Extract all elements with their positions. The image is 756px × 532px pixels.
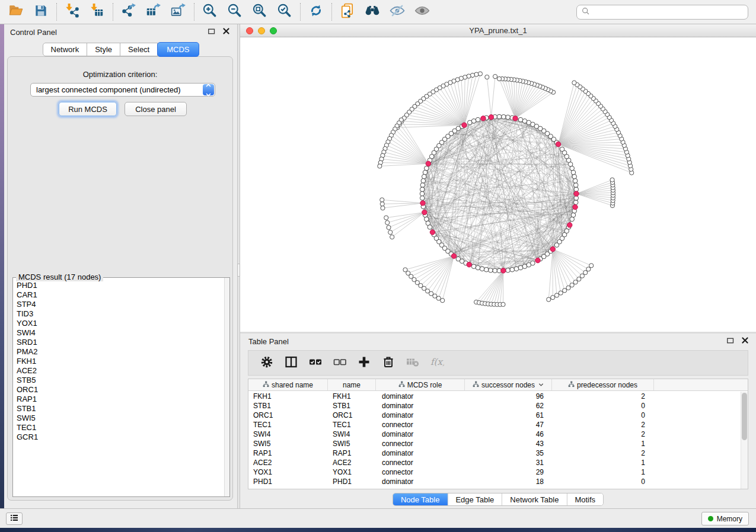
import-table-from-file-button[interactable] [85, 2, 110, 22]
cell-successor_nodes: 62 [465, 402, 552, 410]
column-settings-button[interactable] [259, 355, 275, 371]
control-panel-title: Control Panel [10, 28, 57, 37]
status-menu-button[interactable] [6, 512, 23, 525]
tab-network[interactable]: Network [42, 43, 87, 56]
delete-table-button [404, 355, 420, 371]
mcds-result-item[interactable]: SWI5 [17, 414, 222, 423]
close-panel-button-mcds[interactable]: Close panel [125, 102, 187, 116]
column-header-predecessor-nodes[interactable]: predecessor nodes [552, 379, 654, 390]
table-row[interactable]: YOX1YOX1connector291 [248, 467, 741, 477]
cell-mcds_role: connector [376, 459, 465, 467]
mcds-result-item[interactable]: CAR1 [17, 290, 222, 300]
float-icon [206, 26, 217, 39]
desktop-wallpaper-strip [0, 24, 4, 528]
table-row[interactable]: TEC1TEC1connector472 [248, 420, 741, 430]
table-row[interactable]: RAP1RAP1dominator352 [248, 448, 741, 458]
column-header-shared-name[interactable]: shared name [248, 379, 328, 390]
criterion-select[interactable]: largest connected component (undirected) [30, 83, 215, 97]
table-row[interactable]: SWI4SWI4dominator462 [248, 430, 741, 439]
zoom-fit-content-button[interactable] [247, 2, 272, 22]
column-header-name[interactable]: name [328, 379, 376, 390]
export-image-button[interactable] [166, 2, 191, 22]
network-graph-canvas[interactable] [240, 37, 756, 332]
column-header-MCDS-role[interactable]: MCDS role [376, 379, 465, 390]
close-icon [222, 27, 231, 37]
mcds-result-item[interactable]: YOX1 [17, 319, 222, 328]
mcds-result-list[interactable]: PHD1CAR1STP4TID3YOX1SWI4SRD1PMA2FKH1ACE2… [17, 281, 222, 495]
search-input[interactable] [591, 5, 748, 19]
window-zoom-button[interactable] [270, 27, 277, 34]
mcds-result-item[interactable]: PMA2 [17, 347, 222, 357]
mcds-result-item[interactable]: STB5 [17, 376, 222, 385]
sort-indicator-icon [538, 381, 544, 389]
tab-style[interactable]: Style [87, 43, 120, 56]
select-all-button[interactable] [307, 355, 323, 371]
split-panel-button[interactable] [283, 355, 299, 371]
table-row[interactable]: PHD1PHD1dominator180 [248, 477, 741, 486]
cell-predecessor_nodes: 2 [552, 449, 654, 457]
tab-node-table[interactable]: Node Table [393, 493, 448, 505]
cell-mcds_role: connector [376, 468, 465, 476]
table-row[interactable]: STB1STB1dominator620 [248, 401, 741, 411]
deselect-all-button[interactable] [331, 355, 347, 371]
shared-column-icon [263, 381, 269, 389]
mcds-result-scrollbar[interactable] [224, 278, 229, 496]
table-scrollbar-thumb[interactable] [742, 393, 747, 440]
mcds-result-item[interactable]: PHD1 [17, 281, 222, 290]
zoom-out-button[interactable] [222, 2, 247, 22]
tab-mcds[interactable]: MCDS [157, 42, 199, 57]
float-panel-button[interactable] [206, 27, 217, 37]
mcds-result-item[interactable]: ACE2 [17, 366, 222, 376]
tab-select[interactable]: Select [120, 43, 158, 56]
shared-column-icon [473, 381, 479, 389]
float-table-panel-button[interactable] [725, 336, 736, 347]
tab-motifs[interactable]: Motifs [567, 493, 603, 505]
control-panel: Control Panel NetworkStyleSelectMCDS Opt… [4, 24, 237, 508]
column-header-successor-nodes[interactable]: successor nodes [465, 379, 552, 390]
mcds-result-item[interactable]: SWI4 [17, 328, 222, 338]
table-row[interactable]: ACE2ACE2connector311 [248, 458, 741, 467]
mcds-result-item[interactable]: SRD1 [17, 338, 222, 347]
cell-predecessor_nodes: 0 [552, 477, 654, 486]
export-network-button[interactable] [116, 2, 141, 22]
save-session-button[interactable] [28, 2, 53, 22]
tab-edge-table[interactable]: Edge Table [448, 493, 502, 505]
first-neighbors-button[interactable] [360, 2, 385, 22]
hide-selected-button[interactable] [385, 2, 410, 22]
table-row[interactable]: ORC1ORC1dominator610 [248, 411, 741, 420]
export-table-button[interactable] [141, 2, 166, 22]
table-row[interactable]: SWI5SWI5connector431 [248, 439, 741, 448]
mcds-result-item[interactable]: FKH1 [17, 357, 222, 366]
window-close-button[interactable] [246, 27, 253, 34]
open-file-button[interactable] [4, 2, 28, 22]
mcds-result-item[interactable]: TEC1 [17, 423, 222, 432]
table-row[interactable]: FKH1FKH1dominator962 [248, 392, 741, 401]
run-mcds-button[interactable]: Run MCDS [59, 102, 117, 116]
mcds-result-item[interactable]: TID3 [17, 309, 222, 319]
zoom-in-button[interactable] [197, 2, 222, 22]
mcds-result-item[interactable]: GCR1 [17, 432, 222, 442]
close-panel-button[interactable] [221, 27, 231, 37]
tab-network-table[interactable]: Network Table [502, 493, 567, 505]
memory-button[interactable]: Memory [701, 512, 749, 525]
window-minimize-button[interactable] [258, 27, 265, 34]
cell-predecessor_nodes: 0 [552, 411, 654, 419]
cell-mcds_role: dominator [376, 411, 465, 419]
mcds-result-item[interactable]: ORC1 [17, 385, 222, 395]
mcds-result-item[interactable]: STP4 [17, 300, 222, 309]
export-image-icon [171, 3, 186, 21]
show-all-button[interactable] [410, 2, 435, 22]
new-network-from-selection-button[interactable] [335, 2, 360, 22]
delete-columns-button[interactable] [380, 355, 396, 371]
mcds-result-item[interactable]: STB1 [17, 404, 222, 414]
table-scrollbar[interactable] [741, 392, 748, 489]
import-network-from-file-button[interactable] [60, 2, 85, 22]
zoom-fit-icon [252, 3, 267, 21]
close-table-panel-button[interactable] [739, 336, 750, 347]
mcds-result-item[interactable]: RAP1 [17, 395, 222, 404]
create-column-button[interactable] [356, 355, 372, 371]
status-bar: Memory [0, 508, 756, 528]
apply-preferred-layout-button[interactable] [304, 2, 328, 22]
zoom-selected-region-button[interactable] [272, 2, 297, 22]
control-panel-tabs: NetworkStyleSelectMCDS [42, 43, 199, 57]
